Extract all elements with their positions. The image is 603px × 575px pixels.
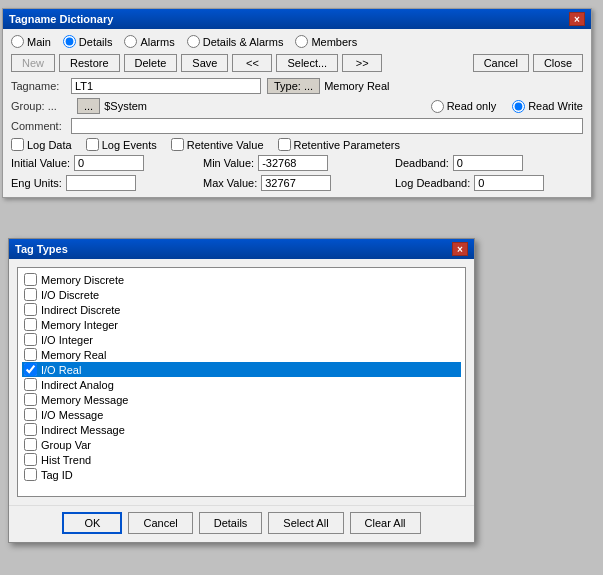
- next-button[interactable]: >>: [342, 54, 382, 72]
- max-value-input[interactable]: [261, 175, 331, 191]
- tagname-dictionary-title: Tagname Dictionary: [9, 13, 113, 25]
- numeric-grid: Initial Value: Min Value: Deadband: Eng …: [11, 155, 583, 191]
- tag-item[interactable]: Indirect Message: [22, 422, 461, 437]
- tag-item[interactable]: I/O Discrete: [22, 287, 461, 302]
- details-button[interactable]: Details: [199, 512, 263, 534]
- tag-item[interactable]: I/O Real: [22, 362, 461, 377]
- initial-value-cell: Initial Value:: [11, 155, 199, 171]
- checkbox-row: Log Data Log Events Retentive Value Rete…: [11, 138, 583, 151]
- radio-main[interactable]: Main: [11, 35, 51, 48]
- restore-button[interactable]: Restore: [59, 54, 120, 72]
- group-row: Group: ... ... $System Read only Read Wr…: [11, 98, 583, 114]
- type-value: Memory Real: [324, 80, 389, 92]
- min-value-cell: Min Value:: [203, 155, 391, 171]
- tagname-row: Tagname: Type: ... Memory Real: [11, 78, 583, 94]
- tag-item[interactable]: I/O Integer: [22, 332, 461, 347]
- clear-all-button[interactable]: Clear All: [350, 512, 421, 534]
- log-deadband-label: Log Deadband:: [395, 177, 470, 189]
- tag-item[interactable]: Memory Discrete: [22, 272, 461, 287]
- tag-item[interactable]: I/O Message: [22, 407, 461, 422]
- tag-item[interactable]: Memory Integer: [22, 317, 461, 332]
- tag-item[interactable]: Tag ID: [22, 467, 461, 482]
- group-label: Group: ...: [11, 100, 71, 112]
- deadband-cell: Deadband:: [395, 155, 583, 171]
- log-events-checkbox[interactable]: Log Events: [86, 138, 157, 151]
- select-all-button[interactable]: Select All: [268, 512, 343, 534]
- cancel-button[interactable]: Cancel: [473, 54, 529, 72]
- close-button[interactable]: Close: [533, 54, 583, 72]
- initial-value-label: Initial Value:: [11, 157, 70, 169]
- radio-group: Main Details Alarms Details & Alarms Mem…: [11, 35, 583, 48]
- tag-type-list[interactable]: Memory DiscreteI/O DiscreteIndirect Disc…: [17, 267, 466, 497]
- min-value-input[interactable]: [258, 155, 328, 171]
- eng-units-cell: Eng Units:: [11, 175, 199, 191]
- toolbar: New Restore Delete Save << Select... >> …: [11, 54, 583, 72]
- tagname-label: Tagname:: [11, 80, 71, 92]
- max-value-cell: Max Value:: [203, 175, 391, 191]
- eng-units-label: Eng Units:: [11, 177, 62, 189]
- tag-types-title: Tag Types: [15, 243, 68, 255]
- radio-details[interactable]: Details: [63, 35, 113, 48]
- radio-read-only[interactable]: Read only: [431, 100, 497, 113]
- read-only-label: Read only: [447, 100, 497, 112]
- new-button[interactable]: New: [11, 54, 55, 72]
- deadband-input[interactable]: [453, 155, 523, 171]
- radio-read-write[interactable]: Read Write: [512, 100, 583, 113]
- tag-item[interactable]: Memory Message: [22, 392, 461, 407]
- tag-types-titlebar: Tag Types ×: [9, 239, 474, 259]
- comment-input[interactable]: [71, 118, 583, 134]
- eng-units-input[interactable]: [66, 175, 136, 191]
- retentive-parameters-checkbox[interactable]: Retentive Parameters: [278, 138, 400, 151]
- dialog-footer: OK Cancel Details Select All Clear All: [9, 505, 474, 542]
- tag-item[interactable]: Hist Trend: [22, 452, 461, 467]
- save-button[interactable]: Save: [181, 54, 228, 72]
- log-data-checkbox[interactable]: Log Data: [11, 138, 72, 151]
- group-badge[interactable]: ...: [77, 98, 100, 114]
- comment-row: Comment:: [11, 118, 583, 134]
- dialog-cancel-button[interactable]: Cancel: [128, 512, 192, 534]
- radio-alarms[interactable]: Alarms: [124, 35, 174, 48]
- select-button[interactable]: Select...: [276, 54, 338, 72]
- read-write-label: Read Write: [528, 100, 583, 112]
- tagname-input[interactable]: [71, 78, 261, 94]
- tag-item[interactable]: Group Var: [22, 437, 461, 452]
- comment-label: Comment:: [11, 120, 71, 132]
- tag-item[interactable]: Indirect Analog: [22, 377, 461, 392]
- min-value-label: Min Value:: [203, 157, 254, 169]
- radio-members[interactable]: Members: [295, 35, 357, 48]
- ok-button[interactable]: OK: [62, 512, 122, 534]
- tag-types-dialog: Tag Types × Memory DiscreteI/O DiscreteI…: [8, 238, 475, 543]
- initial-value-input[interactable]: [74, 155, 144, 171]
- deadband-label: Deadband:: [395, 157, 449, 169]
- group-value: $System: [104, 100, 147, 112]
- max-value-label: Max Value:: [203, 177, 257, 189]
- tagname-dictionary-titlebar: Tagname Dictionary ×: [3, 9, 591, 29]
- readwrite-radio-group: Read only Read Write: [431, 100, 583, 113]
- tag-item[interactable]: Memory Real: [22, 347, 461, 362]
- tagname-dictionary-window: Tagname Dictionary × Main Details Alarms…: [2, 8, 592, 198]
- tag-item[interactable]: Indirect Discrete: [22, 302, 461, 317]
- tagname-dictionary-close-button[interactable]: ×: [569, 12, 585, 26]
- log-deadband-input[interactable]: [474, 175, 544, 191]
- delete-button[interactable]: Delete: [124, 54, 178, 72]
- tag-types-body: Memory DiscreteI/O DiscreteIndirect Disc…: [9, 259, 474, 505]
- prev-button[interactable]: <<: [232, 54, 272, 72]
- retentive-value-checkbox[interactable]: Retentive Value: [171, 138, 264, 151]
- log-deadband-cell: Log Deadband:: [395, 175, 583, 191]
- type-badge[interactable]: Type: ...: [267, 78, 320, 94]
- radio-details-alarms[interactable]: Details & Alarms: [187, 35, 284, 48]
- tag-types-close-button[interactable]: ×: [452, 242, 468, 256]
